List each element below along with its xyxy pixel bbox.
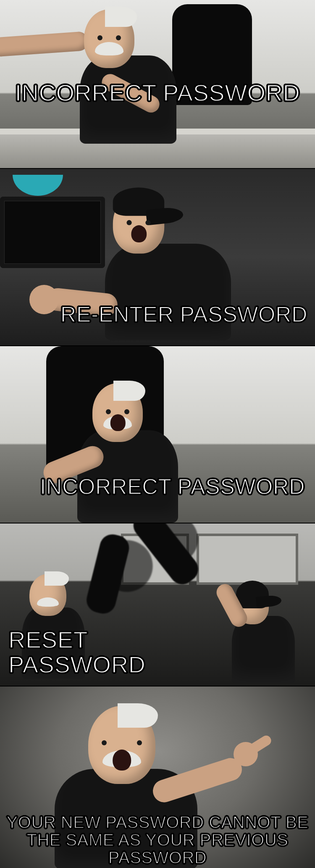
- person-older-man: [84, 9, 134, 68]
- panel-1-caption: INCORRECT PASSWORD: [0, 81, 315, 105]
- pointing-finger-icon: [243, 734, 273, 758]
- person-older-man: [29, 574, 66, 616]
- thrown-chair-icon: [63, 523, 265, 645]
- desk-icon: [0, 134, 315, 168]
- meme-panel-2: RE-ENTER PASSWORD: [0, 169, 315, 346]
- meme-panel-4: RESET PASSWORD: [0, 523, 315, 687]
- meme-panel-3: INCORRECT PASSWORD: [0, 346, 315, 523]
- panel-3-caption: INCORRECT PASSWORD: [40, 475, 305, 498]
- meme-container: INCORRECT PASSWORD RE-ENTER PASSWORD: [0, 0, 315, 868]
- microwave-icon: [0, 197, 105, 268]
- panel-2-caption: RE-ENTER PASSWORD: [60, 303, 307, 326]
- person-older-man: [88, 706, 155, 784]
- panel-5-caption: YOUR NEW PASSWORD CANNOT BE THE SAME AS …: [4, 813, 311, 866]
- bowl-icon: [13, 175, 63, 196]
- office-chair-icon: [46, 346, 164, 472]
- meme-panel-5: YOUR NEW PASSWORD CANNOT BE THE SAME AS …: [0, 687, 315, 868]
- fist-icon: [29, 285, 59, 314]
- meme-panel-1: INCORRECT PASSWORD: [0, 0, 315, 169]
- office-chair-icon: [172, 4, 252, 105]
- pointing-arm-icon: [150, 755, 245, 805]
- pointing-hand-icon: [234, 742, 258, 766]
- person-younger-man: [113, 194, 164, 253]
